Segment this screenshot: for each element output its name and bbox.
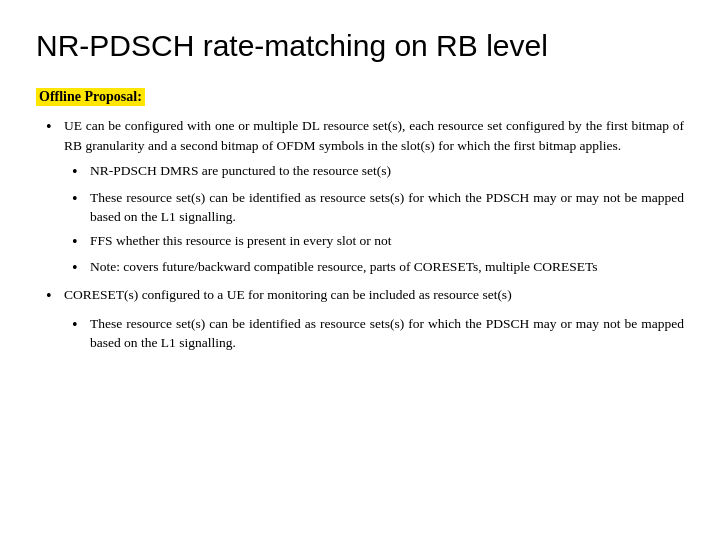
page-container: NR-PDSCH rate-matching on RB level Offli… — [0, 0, 720, 540]
sub-bullet-5: • These resource set(s) can be identifie… — [36, 314, 684, 353]
content-area: • UE can be configured with one or multi… — [36, 116, 684, 353]
page-title: NR-PDSCH rate-matching on RB level — [36, 28, 684, 64]
main-bullet-1: • UE can be configured with one or multi… — [36, 116, 684, 155]
bullet-marker-2: • — [46, 285, 64, 307]
sub-bullet-marker-5: • — [72, 314, 90, 336]
main-bullet-group-1: • UE can be configured with one or multi… — [36, 116, 684, 279]
sub-bullets-group-1: • NR-PDSCH DMRS are punctured to the res… — [36, 161, 684, 279]
sub-bullet-1: • NR-PDSCH DMRS are punctured to the res… — [36, 161, 684, 183]
main-bullet-2: • CORESET(s) configured to a UE for moni… — [36, 285, 684, 307]
sub-bullet-2: • These resource set(s) can be identifie… — [36, 188, 684, 227]
bullet-marker-1: • — [46, 116, 64, 138]
sub-bullet-2-text: These resource set(s) can be identified … — [90, 188, 684, 227]
sub-bullet-5-text: These resource set(s) can be identified … — [90, 314, 684, 353]
sub-bullet-3-text: FFS whether this resource is present in … — [90, 231, 684, 251]
sub-bullets-group-2: • These resource set(s) can be identifie… — [36, 314, 684, 353]
main-bullet-group-2: • CORESET(s) configured to a UE for moni… — [36, 285, 684, 353]
sub-bullet-marker-1: • — [72, 161, 90, 183]
sub-bullet-marker-3: • — [72, 231, 90, 253]
sub-bullet-4-text: Note: covers future/backward compatible … — [90, 257, 684, 277]
sub-bullet-3: • FFS whether this resource is present i… — [36, 231, 684, 253]
main-bullet-2-text: CORESET(s) configured to a UE for monito… — [64, 285, 684, 305]
sub-bullet-1-text: NR-PDSCH DMRS are punctured to the resou… — [90, 161, 684, 181]
sub-bullet-marker-4: • — [72, 257, 90, 279]
offline-proposal-label: Offline Proposal: — [36, 88, 145, 106]
sub-bullet-4: • Note: covers future/backward compatibl… — [36, 257, 684, 279]
sub-bullet-marker-2: • — [72, 188, 90, 210]
main-bullet-1-text: UE can be configured with one or multipl… — [64, 116, 684, 155]
